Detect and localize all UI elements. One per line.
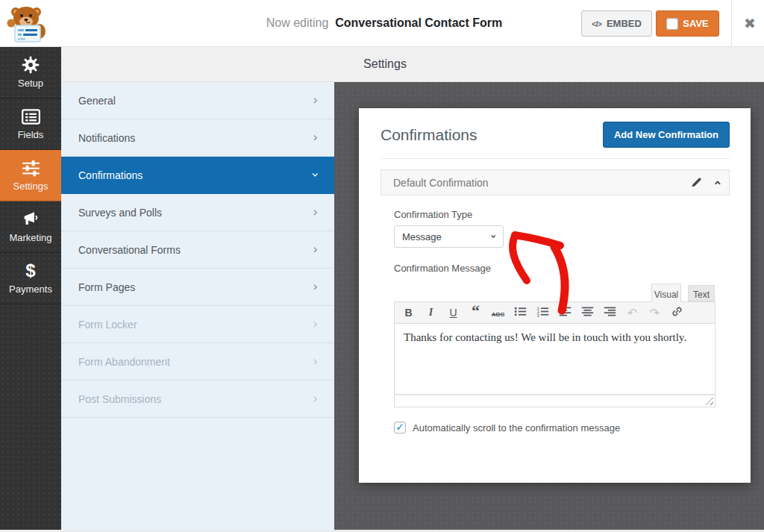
italic-icon: I [429, 307, 433, 319]
underline-button[interactable]: U [445, 304, 461, 321]
chevron-right-icon: › [313, 243, 318, 256]
sidebar-item-settings[interactable]: Settings [0, 150, 61, 201]
checkmark-icon: ✓ [395, 422, 404, 432]
settings-nav-label: Confirmations [78, 169, 143, 181]
confirmation-type-select[interactable]: Message › [394, 225, 504, 248]
settings-nav-conversational-forms[interactable]: Conversational Forms› [61, 231, 334, 269]
align-center-icon [581, 306, 594, 319]
align-left-icon [559, 306, 572, 319]
italic-button[interactable]: I [423, 304, 439, 321]
chevron-right-icon: › [313, 281, 318, 293]
settings-nav-form-abandonment[interactable]: Form Abandonment› [61, 343, 334, 381]
builder-header: Now editing Conversational Contact Form … [0, 0, 764, 47]
header-divider [731, 0, 732, 47]
wpforms-builder-window: Now editing Conversational Contact Form … [0, 0, 764, 532]
chevron-right-icon: › [313, 206, 318, 219]
editor-toolbar: BIU“ABC123↶↷ [394, 301, 716, 324]
embed-button[interactable]: </> EMBED [581, 10, 652, 37]
confirmation-type-label: Confirmation Type [394, 209, 472, 220]
align-right-button[interactable] [602, 304, 618, 321]
confirmation-message-label: Confirmation Message [394, 263, 491, 274]
auto-scroll-checkbox[interactable]: ✓ [394, 422, 406, 434]
confirmations-panel: Confirmations Add New Confirmation Defau… [359, 108, 751, 483]
numbered-list-icon: 123 [536, 306, 549, 319]
sidebar-item-label: Fields [18, 129, 44, 140]
settings-nav-post-submissions[interactable]: Post Submissions› [61, 381, 334, 418]
sidebar-item-label: Marketing [9, 232, 51, 243]
bullet-list-icon [514, 306, 527, 319]
collapse-confirmation-button[interactable]: › [714, 177, 719, 189]
blockquote-button[interactable]: “ [468, 304, 483, 321]
confirmation-type-value: Message [402, 231, 442, 242]
wpforms-bear-icon [6, 3, 49, 44]
redo-button: ↷ [647, 304, 663, 321]
preview-area: Confirmations Add New Confirmation Defau… [334, 82, 764, 532]
chevron-up-icon: › [712, 180, 721, 185]
tab-visual[interactable]: Visual [651, 284, 681, 302]
dollar-icon: $ [25, 262, 35, 280]
chevron-right-icon: › [313, 318, 318, 331]
form-name: Conversational Contact Form [335, 16, 502, 29]
embed-button-label: EMBED [607, 18, 642, 29]
settings-nav-confirmations[interactable]: Confirmations› [61, 157, 334, 194]
settings-nav-notifications[interactable]: Notifications› [61, 119, 334, 157]
settings-nav-form-locker[interactable]: Form Locker› [61, 306, 334, 343]
sliders-icon [22, 159, 40, 177]
blockquote-icon: “ [472, 307, 480, 319]
pencil-icon [691, 177, 702, 188]
chevron-right-icon: › [313, 94, 318, 107]
redo-icon: ↷ [650, 306, 660, 320]
sidebar-item-label: Payments [9, 284, 52, 295]
save-button-label: SAVE [683, 18, 708, 29]
bold-button[interactable]: B [401, 304, 416, 321]
auto-scroll-row: ✓ Automatically scroll to the confirmati… [394, 422, 620, 434]
sidebar-item-label: Setup [18, 78, 43, 89]
now-editing-text: Now editing Conversational Contact Form [266, 16, 503, 30]
gear-icon [22, 56, 40, 74]
undo-icon: ↶ [627, 306, 637, 320]
svg-text:3: 3 [537, 313, 539, 317]
settings-nav-label: General [78, 95, 116, 107]
settings-nav-general[interactable]: General› [61, 82, 334, 119]
code-icon: </> [592, 19, 601, 28]
page-title: Confirmations [381, 126, 478, 144]
settings-nav-surveys-and-polls[interactable]: Surveys and Polls› [61, 194, 334, 231]
save-button[interactable]: ✔ SAVE [656, 10, 719, 37]
tab-text[interactable]: Text [688, 285, 715, 301]
now-editing-prefix: Now editing [266, 16, 329, 29]
sidebar-item-payments[interactable]: $Payments [0, 253, 61, 304]
title-divider [381, 158, 730, 159]
settings-nav-label: Form Abandonment [78, 356, 170, 368]
edit-confirmation-name-button[interactable] [691, 177, 702, 189]
default-confirmation-label: Default Confirmation [393, 177, 489, 189]
bold-icon: B [404, 307, 412, 319]
link-icon [671, 306, 683, 319]
settings-nav-label: Notifications [78, 132, 135, 144]
sidebar-item-fields[interactable]: Fields [0, 98, 61, 150]
panel-title-bar: Settings [61, 47, 764, 82]
settings-nav-form-pages[interactable]: Form Pages› [61, 269, 334, 306]
confirmation-message-editor[interactable]: Thanks for contacting us! We will be in … [394, 324, 716, 395]
undo-button: ↶ [624, 304, 640, 321]
settings-nav-label: Form Pages [78, 281, 135, 293]
strikethrough-icon: ABC [492, 307, 504, 319]
align-left-button[interactable] [557, 304, 573, 321]
align-right-icon [604, 306, 616, 319]
link-button[interactable] [669, 304, 685, 321]
default-confirmation-header[interactable]: Default Confirmation › [381, 169, 730, 195]
panel-title: Settings [363, 57, 407, 71]
resize-grip[interactable] [705, 397, 713, 405]
align-center-button[interactable] [580, 304, 595, 321]
strikethrough-button[interactable]: ABC [490, 304, 506, 321]
bullet-list-button[interactable] [513, 304, 528, 321]
add-new-confirmation-button[interactable]: Add New Confirmation [603, 122, 730, 148]
megaphone-icon [22, 210, 40, 228]
settings-nav-label: Post Submissions [78, 393, 161, 405]
chevron-right-icon: › [313, 131, 318, 144]
numbered-list-button[interactable]: 123 [535, 304, 551, 321]
close-builder-button[interactable]: ✖ [740, 13, 760, 33]
sidebar-item-marketing[interactable]: Marketing [0, 201, 61, 253]
chevron-down-icon: › [309, 172, 322, 178]
wpforms-logo [6, 3, 49, 47]
sidebar-item-setup[interactable]: Setup [0, 47, 61, 98]
